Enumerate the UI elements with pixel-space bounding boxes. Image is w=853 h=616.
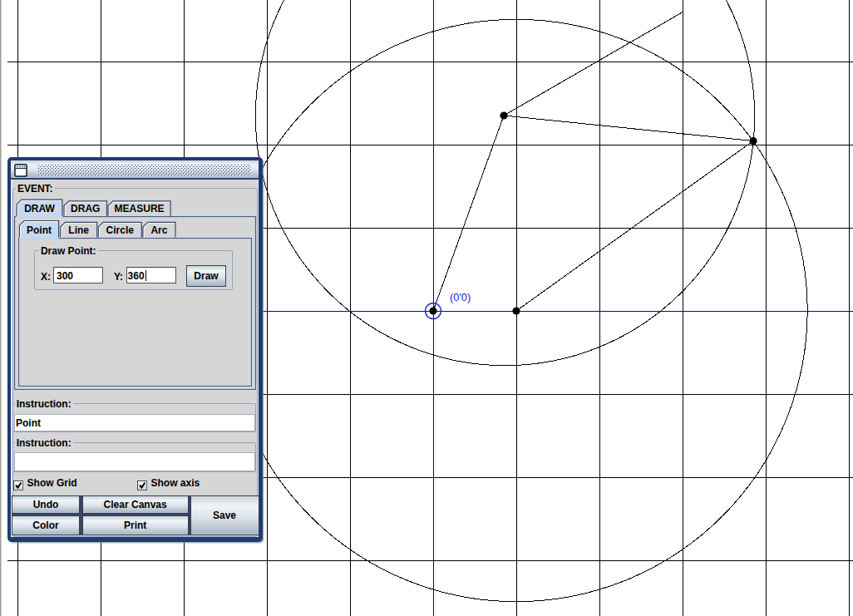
svg-text:(0'0): (0'0) xyxy=(450,291,471,303)
